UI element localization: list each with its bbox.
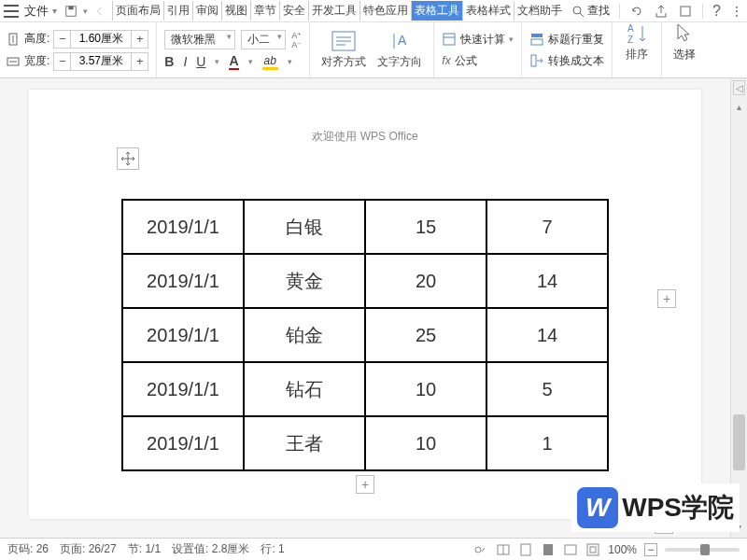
align-button[interactable]: 对齐方式 xyxy=(317,30,370,70)
more-icon[interactable]: ⋮ xyxy=(730,4,743,19)
font-color-button[interactable]: A xyxy=(229,53,238,70)
table-row[interactable]: 2019/1/1钻石105 xyxy=(122,362,608,416)
table-cell[interactable]: 25 xyxy=(365,308,486,362)
tab-special[interactable]: 特色应用 xyxy=(359,1,411,21)
table-row[interactable]: 2019/1/1白银157 xyxy=(122,200,608,254)
save-icon[interactable] xyxy=(64,5,78,18)
table-cell[interactable]: 20 xyxy=(365,254,486,308)
table-cell[interactable]: 2019/1/1 xyxy=(122,308,244,362)
outline-view-icon[interactable] xyxy=(563,542,578,557)
underline-button[interactable]: U xyxy=(196,54,205,69)
table-row[interactable]: 2019/1/1铂金2514 xyxy=(122,308,608,362)
tab-dev-tools[interactable]: 开发工具 xyxy=(308,1,359,21)
width-input[interactable] xyxy=(71,53,131,70)
highlight-button[interactable]: ab xyxy=(262,54,278,70)
menu-icon[interactable] xyxy=(4,5,19,18)
height-input[interactable] xyxy=(71,31,131,48)
italic-button[interactable]: I xyxy=(183,54,187,69)
table-cell[interactable]: 2019/1/1 xyxy=(122,200,244,254)
spellcheck-icon[interactable] xyxy=(473,542,488,557)
text-direction-button[interactable]: A 文字方向 xyxy=(374,30,426,70)
add-column-button[interactable]: + xyxy=(657,289,676,308)
font-size-select[interactable]: 小二 xyxy=(241,30,286,49)
undo-icon[interactable] xyxy=(629,4,644,19)
height-plus[interactable]: + xyxy=(131,31,148,48)
share-icon[interactable] xyxy=(654,4,669,19)
chevron-down-icon[interactable]: ▾ xyxy=(288,57,292,66)
width-plus[interactable]: + xyxy=(131,53,148,70)
table-cell[interactable]: 14 xyxy=(486,308,608,362)
table-row[interactable]: 2019/1/1黄金2014 xyxy=(122,254,608,308)
to-text-button[interactable]: 转换成文本 xyxy=(529,53,604,69)
zoom-value[interactable]: 100% xyxy=(608,543,637,556)
table-row[interactable]: 2019/1/1王者101 xyxy=(122,416,608,470)
tab-review[interactable]: 审阅 xyxy=(192,1,221,21)
sidebar-toggle-icon[interactable]: ◁ xyxy=(733,80,745,95)
status-page[interactable]: 页面: 26/27 xyxy=(60,541,117,557)
web-layout-icon[interactable] xyxy=(541,542,556,557)
header-repeat-button[interactable]: 标题行重复 xyxy=(529,32,604,48)
status-page-no[interactable]: 页码: 26 xyxy=(7,541,49,557)
chevron-down-icon[interactable]: ▾ xyxy=(248,57,253,66)
print-layout-icon[interactable] xyxy=(518,542,533,557)
vertical-scrollbar[interactable]: ◁ ▴ ▾ xyxy=(730,78,747,538)
zoom-out-button[interactable]: − xyxy=(644,543,657,556)
status-section[interactable]: 节: 1/1 xyxy=(128,541,161,557)
fullscreen-icon[interactable] xyxy=(585,542,600,557)
zoom-knob[interactable] xyxy=(700,544,710,555)
table-cell[interactable]: 黄金 xyxy=(244,254,365,308)
search-button[interactable]: 查找 xyxy=(571,3,610,19)
font-name-select[interactable]: 微软雅黑 xyxy=(164,30,235,49)
status-indent[interactable]: 设置值: 2.8厘米 xyxy=(172,541,249,557)
table-cell[interactable]: 10 xyxy=(365,416,486,470)
chevron-down-icon[interactable]: ▾ xyxy=(215,57,219,66)
table-cell[interactable]: 14 xyxy=(486,254,608,308)
height-stepper[interactable]: − + xyxy=(53,30,148,49)
reading-view-icon[interactable] xyxy=(496,542,511,557)
scroll-thumb[interactable] xyxy=(733,414,745,470)
tab-table-tools[interactable]: 表格工具 xyxy=(411,1,462,21)
bold-button[interactable]: B xyxy=(164,54,174,69)
add-row-button[interactable]: + xyxy=(356,475,374,494)
status-row[interactable]: 行: 1 xyxy=(261,541,284,557)
chevron-down-icon[interactable]: ▾ xyxy=(83,7,88,16)
table-cell[interactable]: 钻石 xyxy=(244,362,365,416)
tab-doc-helper[interactable]: 文档助手 xyxy=(514,1,565,21)
table-cell[interactable]: 15 xyxy=(365,200,486,254)
font-increase-icon[interactable]: A⁺ xyxy=(291,31,302,40)
tab-table-style[interactable]: 表格样式 xyxy=(462,1,514,21)
table-cell[interactable]: 5 xyxy=(486,362,608,416)
quick-calc-button[interactable]: 快速计算 ▾ xyxy=(442,32,514,48)
font-decrease-icon[interactable]: A⁻ xyxy=(291,40,302,49)
table-cell[interactable]: 7 xyxy=(486,200,608,254)
chevron-down-icon[interactable]: ▾ xyxy=(52,6,57,16)
table-cell[interactable]: 10 xyxy=(365,362,486,416)
table-cell[interactable]: 2019/1/1 xyxy=(122,416,244,470)
table-move-handle[interactable] xyxy=(117,147,139,170)
sort-button[interactable]: AZ 排序 xyxy=(620,22,654,77)
scroll-up-icon[interactable]: ▴ xyxy=(731,99,747,114)
table-cell[interactable]: 2019/1/1 xyxy=(122,362,244,416)
data-table[interactable]: 2019/1/1白银1572019/1/1黄金20142019/1/1铂金251… xyxy=(121,199,609,471)
table-cell[interactable]: 2019/1/1 xyxy=(122,254,244,308)
formula-button[interactable]: fx 公式 xyxy=(442,53,514,69)
help-icon[interactable]: ? xyxy=(712,3,721,20)
table-cell[interactable]: 白银 xyxy=(244,200,365,254)
table-cell[interactable]: 王者 xyxy=(244,416,365,470)
zoom-slider[interactable] xyxy=(665,548,740,552)
settings-icon[interactable] xyxy=(678,4,693,19)
table-cell[interactable]: 铂金 xyxy=(244,308,365,362)
caret-left-icon[interactable] xyxy=(93,5,106,18)
tab-references[interactable]: 引用 xyxy=(163,1,192,21)
tab-security[interactable]: 安全 xyxy=(279,1,308,21)
tab-view[interactable]: 视图 xyxy=(221,1,250,21)
select-button[interactable]: 选择 xyxy=(669,22,696,77)
width-minus[interactable]: − xyxy=(54,53,71,70)
tab-chapter[interactable]: 章节 xyxy=(250,1,279,21)
width-stepper[interactable]: − + xyxy=(53,52,148,71)
tab-page-layout[interactable]: 页面布局 xyxy=(112,1,163,21)
height-minus[interactable]: − xyxy=(54,31,71,48)
page[interactable]: 欢迎使用 WPS Office 2019/1/1白银1572019/1/1黄金2… xyxy=(29,90,701,519)
table-cell[interactable]: 1 xyxy=(486,416,608,470)
file-menu[interactable]: 文件 xyxy=(24,3,49,20)
